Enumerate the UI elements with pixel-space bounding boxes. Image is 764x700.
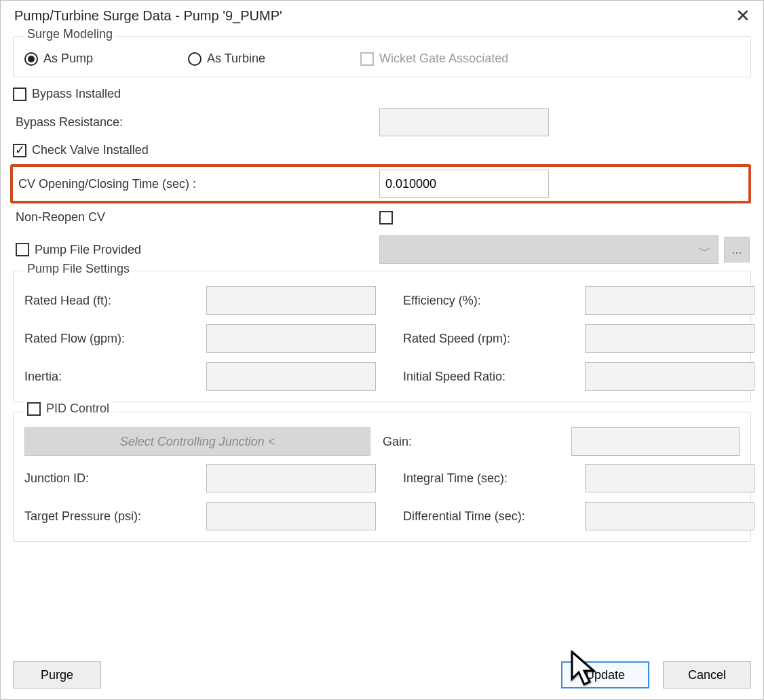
update-button[interactable]: Update	[561, 661, 649, 688]
radio-icon	[24, 52, 38, 66]
differential-time-label: Differential Time (sec):	[403, 509, 585, 524]
radio-as-pump[interactable]: As Pump	[24, 52, 93, 66]
bypass-installed-label: Bypass Installed	[32, 87, 121, 101]
purge-button[interactable]: Purge	[13, 661, 101, 688]
cv-time-label: CV Opening/Closing Time (sec) :	[16, 177, 379, 191]
check-valve-installed-label: Check Valve Installed	[32, 143, 149, 157]
select-junction-button: Select Controlling Junction <	[24, 427, 370, 456]
non-reopen-label: Non-Reopen CV	[13, 210, 379, 225]
close-icon[interactable]: ✕	[729, 7, 757, 24]
bypass-installed-row[interactable]: Bypass Installed	[13, 87, 751, 101]
gain-input[interactable]	[571, 427, 740, 456]
pump-file-provided[interactable]: Pump File Provided	[13, 243, 379, 257]
efficiency-label: Efficiency (%):	[403, 294, 585, 308]
pid-control-group: PID Control Select Controlling Junction …	[13, 412, 751, 542]
pump-file-row: Pump File Provided ﹀ ...	[13, 235, 751, 264]
bypass-resistance-row: Bypass Resistance:	[13, 108, 751, 136]
initial-speed-ratio-label: Initial Speed Ratio:	[403, 370, 585, 384]
check-valve-installed-row[interactable]: Check Valve Installed	[13, 143, 751, 157]
bypass-resistance-input[interactable]	[379, 108, 549, 136]
checkbox-icon	[360, 52, 374, 66]
target-pressure-input[interactable]	[206, 502, 376, 530]
target-pressure-label: Target Pressure (psi):	[24, 509, 206, 524]
pump-file-settings-title: Pump File Settings	[23, 262, 134, 276]
content-area: Surge Modeling As Pump As Turbine Wicket…	[1, 31, 763, 542]
surge-modeling-options: As Pump As Turbine Wicket Gate Associate…	[24, 52, 740, 66]
inertia-input[interactable]	[206, 362, 376, 391]
chevron-down-icon: ﹀	[699, 243, 711, 259]
inertia-label: Inertia:	[24, 370, 206, 384]
footer: Purge Update Cancel	[13, 661, 751, 688]
wicket-gate-label: Wicket Gate Associated	[379, 52, 508, 66]
efficiency-input[interactable]	[585, 286, 755, 315]
dialog-window: Pump/Turbine Surge Data - Pump '9_PUMP' …	[0, 0, 764, 700]
junction-id-label: Junction ID:	[24, 471, 206, 486]
pid-control-label: PID Control	[46, 402, 109, 416]
integral-time-input[interactable]	[585, 464, 755, 492]
initial-speed-ratio-input[interactable]	[585, 362, 755, 391]
pump-file-settings-grid: Rated Head (ft): Efficiency (%): Rated F…	[24, 286, 740, 391]
gain-label: Gain:	[383, 435, 559, 449]
radio-as-pump-label: As Pump	[43, 52, 93, 66]
pump-file-settings-group: Pump File Settings Rated Head (ft): Effi…	[13, 271, 751, 402]
pump-file-browse-button: ...	[724, 237, 750, 262]
rated-speed-input[interactable]	[585, 324, 755, 353]
cv-time-input[interactable]	[379, 170, 549, 198]
cancel-button[interactable]: Cancel	[663, 661, 751, 688]
cv-time-row-highlight: CV Opening/Closing Time (sec) :	[10, 164, 751, 203]
rated-head-input[interactable]	[206, 286, 376, 315]
titlebar: Pump/Turbine Surge Data - Pump '9_PUMP' …	[1, 1, 763, 31]
non-reopen-checkbox[interactable]	[379, 211, 393, 225]
checkbox-icon	[13, 144, 26, 157]
checkbox-icon	[27, 402, 41, 416]
radio-as-turbine-label: As Turbine	[207, 52, 265, 66]
surge-modeling-group: Surge Modeling As Pump As Turbine Wicket…	[13, 36, 751, 77]
pid-top-row: Select Controlling Junction < Gain:	[24, 427, 740, 456]
junction-id-input[interactable]	[206, 464, 376, 492]
integral-time-label: Integral Time (sec):	[403, 471, 585, 486]
footer-right: Update Cancel	[561, 661, 751, 688]
differential-time-input[interactable]	[585, 502, 755, 530]
checkbox-wicket-gate: Wicket Gate Associated	[360, 52, 508, 66]
window-title: Pump/Turbine Surge Data - Pump '9_PUMP'	[14, 8, 282, 24]
pid-grid: Junction ID: Integral Time (sec): Target…	[24, 464, 740, 530]
rated-speed-label: Rated Speed (rpm):	[403, 332, 585, 346]
rated-head-label: Rated Head (ft):	[24, 294, 206, 308]
radio-as-turbine[interactable]: As Turbine	[188, 52, 265, 66]
surge-modeling-title: Surge Modeling	[23, 27, 117, 41]
radio-icon	[188, 52, 202, 66]
bypass-resistance-label: Bypass Resistance:	[13, 115, 379, 130]
rated-flow-input[interactable]	[206, 324, 376, 353]
pid-control-header[interactable]: PID Control	[23, 402, 113, 416]
checkbox-icon	[13, 88, 26, 101]
pump-file-dropdown: ﹀	[379, 235, 719, 264]
checkbox-icon	[16, 243, 29, 256]
pump-file-provided-label: Pump File Provided	[35, 243, 141, 257]
rated-flow-label: Rated Flow (gpm):	[24, 332, 206, 346]
non-reopen-row: Non-Reopen CV	[13, 210, 751, 225]
